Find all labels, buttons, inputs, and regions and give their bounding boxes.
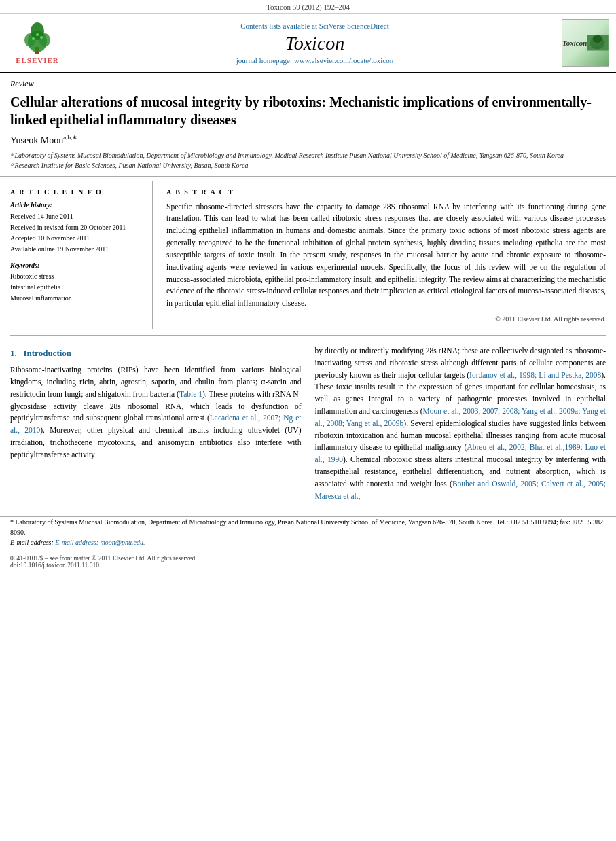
elsevier-logo: ELSEVIER bbox=[7, 19, 68, 67]
svg-point-7 bbox=[36, 33, 39, 36]
iordanov-ref[interactable]: Iordanov et al., 1998; Li and Pestka, 20… bbox=[469, 371, 601, 379]
doi-bar: Toxicon 59 (2012) 192–204 bbox=[0, 0, 616, 14]
affiliation-a: ᵃ Laboratory of Systems Mucosal Biomodul… bbox=[10, 150, 606, 160]
sciverse-link[interactable]: SciVerse ScienceDirect bbox=[319, 22, 389, 30]
copyright-line: © 2011 Elsevier Ltd. All rights reserved… bbox=[166, 315, 606, 323]
homepage-link[interactable]: www.elsevier.com/locate/toxicon bbox=[294, 56, 394, 65]
journal-center: Contents lists available at SciVerse Sci… bbox=[68, 22, 562, 65]
abreu-ref[interactable]: Abreu et al., 2002; Bhat et al.,1989; Lu… bbox=[315, 443, 606, 463]
keywords-label: Keywords: bbox=[10, 262, 142, 269]
contents-prefix: Contents lists available at bbox=[240, 22, 319, 30]
author-name-text: Yuseok Moon bbox=[10, 135, 63, 145]
intro-title: 1. Introduction bbox=[10, 346, 302, 360]
article-title-section: Cellular alterations of mucosal integrit… bbox=[0, 90, 616, 177]
article-info-abstract-section: A R T I C L E I N F O Article history: R… bbox=[0, 181, 616, 329]
lacadena-ref[interactable]: Lacadena et al., 2007; Ng et al., 2010 bbox=[10, 414, 302, 434]
footnote-area: * Laboratory of Systems Mucosal Biomodul… bbox=[0, 516, 616, 552]
abstract-text: Specific ribosome-directed stressors hav… bbox=[166, 201, 606, 310]
journal-thumbnail: Toxicon bbox=[562, 19, 609, 67]
svg-point-12 bbox=[593, 35, 602, 43]
email-link[interactable]: E-mail address: moon@pnu.edu. bbox=[55, 539, 145, 546]
doi-bottom: doi:10.1016/j.toxicon.2011.11.010 bbox=[10, 562, 99, 569]
issn-note: 0041-0101/$ – see front matter © 2011 El… bbox=[10, 555, 197, 562]
article-info-column: A R T I C L E I N F O Article history: R… bbox=[10, 181, 153, 329]
contents-line: Contents lists available at SciVerse Sci… bbox=[68, 22, 562, 30]
bottom-bar: 0041-0101/$ – see front matter © 2011 El… bbox=[0, 552, 616, 571]
footnote-email: E-mail address: E-mail address: moon@pnu… bbox=[10, 537, 606, 548]
moon-ref[interactable]: Moon et al., 2003, 2007, 2008; Yang et a… bbox=[315, 407, 606, 427]
keyword-3: Mucosal inflammation bbox=[10, 293, 142, 304]
revised-date: Received in revised form 20 October 2011 bbox=[10, 222, 142, 233]
affil-b-text: ᵇ Research Institute for Basic Sciences,… bbox=[10, 162, 248, 169]
keywords-section: Keywords: Ribotoxic stress Intestinal ep… bbox=[10, 262, 142, 304]
keyword-2: Intestinal epithelia bbox=[10, 282, 142, 293]
keyword-1: Ribotoxic stress bbox=[10, 271, 142, 282]
article-type-label: Review bbox=[10, 79, 34, 88]
article-info-heading: A R T I C L E I N F O bbox=[10, 188, 142, 196]
intro-col-left: 1. Introduction Ribosome-inactivating pr… bbox=[10, 345, 302, 507]
abstract-heading: A B S T R A C T bbox=[166, 188, 606, 196]
section-divider bbox=[10, 335, 606, 336]
footnote-star-text: * Laboratory of Systems Mucosal Biomodul… bbox=[10, 518, 603, 536]
affil-a-text: ᵃ Laboratory of Systems Mucosal Biomodul… bbox=[10, 151, 564, 159]
intro-title-text: Introduction bbox=[24, 348, 72, 358]
elsevier-tree-icon bbox=[16, 21, 58, 55]
svg-point-5 bbox=[32, 37, 35, 40]
svg-point-6 bbox=[40, 36, 43, 39]
intro-left-text: Ribosome-inactivating proteins (RIPs) ha… bbox=[10, 364, 302, 461]
available-date: Available online 19 November 2011 bbox=[10, 244, 142, 255]
journal-header: ELSEVIER Contents lists available at Sci… bbox=[0, 14, 616, 73]
journal-name: Toxicon bbox=[68, 33, 562, 54]
elsevier-label: ELSEVIER bbox=[16, 56, 59, 65]
intro-col-right: by directly or indirectly modifying 28s … bbox=[315, 345, 606, 507]
table1-ref[interactable]: Table 1 bbox=[179, 390, 202, 398]
doi-text: Toxicon 59 (2012) 192–204 bbox=[266, 3, 350, 11]
homepage-prefix: journal homepage: bbox=[236, 56, 294, 65]
author-sup: a,b,∗ bbox=[63, 134, 77, 141]
journal-homepage: journal homepage: www.elsevier.com/locat… bbox=[68, 56, 562, 65]
article-type: Review bbox=[0, 73, 616, 90]
author-name: Yuseok Moona,b,∗ bbox=[10, 134, 606, 146]
bouhet-ref[interactable]: Bouhet and Oswald, 2005; Calvert et al.,… bbox=[315, 480, 606, 500]
accepted-date: Accepted 10 November 2011 bbox=[10, 233, 142, 244]
intro-number: 1. bbox=[10, 348, 17, 358]
introduction-section: 1. Introduction Ribosome-inactivating pr… bbox=[0, 341, 616, 514]
received-date: Received 14 June 2011 bbox=[10, 211, 142, 222]
affiliation-b: ᵇ Research Institute for Basic Sciences,… bbox=[10, 160, 606, 171]
abstract-column: A B S T R A C T Specific ribosome-direct… bbox=[153, 181, 606, 329]
email-label: E-mail address: bbox=[10, 539, 55, 546]
journal-cover-icon bbox=[587, 29, 609, 56]
intro-right-text: by directly or indirectly modifying 28s … bbox=[315, 345, 606, 503]
footnote-star: * Laboratory of Systems Mucosal Biomodul… bbox=[10, 517, 606, 537]
article-history-label: Article history: bbox=[10, 201, 142, 209]
article-title: Cellular alterations of mucosal integrit… bbox=[10, 93, 606, 128]
